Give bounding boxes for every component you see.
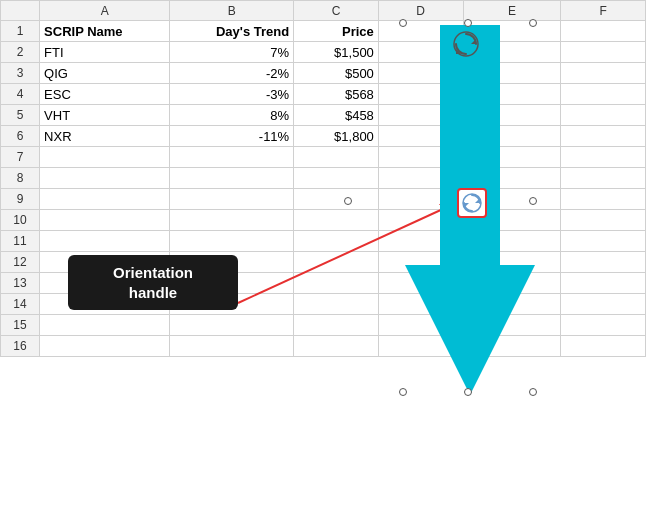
cell-c[interactable]	[294, 189, 379, 210]
cell-b[interactable]	[170, 189, 294, 210]
cell-f[interactable]	[561, 63, 646, 84]
cell-d[interactable]	[378, 105, 463, 126]
cell-b[interactable]	[170, 252, 294, 273]
cell-b[interactable]	[170, 231, 294, 252]
cell-e[interactable]	[463, 42, 561, 63]
cell-d[interactable]	[378, 210, 463, 231]
cell-d[interactable]	[378, 42, 463, 63]
cell-e[interactable]	[463, 273, 561, 294]
cell-a[interactable]: FTI	[40, 42, 170, 63]
cell-d[interactable]	[378, 252, 463, 273]
cell-a[interactable]	[40, 336, 170, 357]
cell-b[interactable]	[170, 168, 294, 189]
col-header-d[interactable]: D	[378, 1, 463, 21]
cell-a[interactable]	[40, 168, 170, 189]
cell-d[interactable]	[378, 126, 463, 147]
cell-c[interactable]: $1,800	[294, 126, 379, 147]
col-header-f[interactable]: F	[561, 1, 646, 21]
cell-e[interactable]	[463, 147, 561, 168]
cell-c[interactable]	[294, 294, 379, 315]
cell-c[interactable]	[294, 273, 379, 294]
cell-b[interactable]: 7%	[170, 42, 294, 63]
cell-c[interactable]	[294, 315, 379, 336]
cell-f[interactable]	[561, 315, 646, 336]
cell-c[interactable]: $568	[294, 84, 379, 105]
cell-f[interactable]	[561, 84, 646, 105]
cell-b[interactable]	[170, 336, 294, 357]
cell-f[interactable]	[561, 42, 646, 63]
cell-d[interactable]	[378, 336, 463, 357]
cell-b[interactable]: -2%	[170, 63, 294, 84]
cell-d[interactable]	[378, 273, 463, 294]
col-header-b[interactable]: B	[170, 1, 294, 21]
cell-e[interactable]	[463, 210, 561, 231]
cell-e[interactable]	[463, 231, 561, 252]
cell-b[interactable]: -11%	[170, 126, 294, 147]
cell-a[interactable]	[40, 210, 170, 231]
cell-d[interactable]	[378, 189, 463, 210]
cell-e[interactable]	[463, 63, 561, 84]
cell-d[interactable]	[378, 21, 463, 42]
handle-bottom-center[interactable]	[464, 388, 472, 396]
cell-f[interactable]	[561, 252, 646, 273]
cell-a[interactable]: QIG	[40, 63, 170, 84]
cell-e[interactable]	[463, 126, 561, 147]
cell-d[interactable]	[378, 168, 463, 189]
cell-f[interactable]	[561, 168, 646, 189]
cell-c[interactable]	[294, 252, 379, 273]
cell-f[interactable]	[561, 126, 646, 147]
cell-f[interactable]	[561, 210, 646, 231]
cell-c[interactable]	[294, 147, 379, 168]
cell-a[interactable]: VHT	[40, 105, 170, 126]
cell-c[interactable]: Price	[294, 21, 379, 42]
cell-a[interactable]	[40, 273, 170, 294]
cell-a[interactable]	[40, 189, 170, 210]
cell-f[interactable]	[561, 231, 646, 252]
handle-bottom-right[interactable]	[529, 388, 537, 396]
col-header-a[interactable]: A	[40, 1, 170, 21]
cell-f[interactable]	[561, 147, 646, 168]
cell-a[interactable]: SCRIP Name	[40, 21, 170, 42]
cell-f[interactable]	[561, 105, 646, 126]
cell-b[interactable]	[170, 147, 294, 168]
col-header-c[interactable]: C	[294, 1, 379, 21]
cell-b[interactable]: -3%	[170, 84, 294, 105]
cell-a[interactable]: ESC	[40, 84, 170, 105]
cell-d[interactable]	[378, 231, 463, 252]
cell-b[interactable]	[170, 294, 294, 315]
cell-d[interactable]	[378, 84, 463, 105]
cell-e[interactable]	[463, 189, 561, 210]
cell-d[interactable]	[378, 294, 463, 315]
cell-d[interactable]	[378, 315, 463, 336]
cell-b[interactable]	[170, 315, 294, 336]
cell-d[interactable]	[378, 63, 463, 84]
cell-e[interactable]	[463, 105, 561, 126]
cell-b[interactable]	[170, 273, 294, 294]
cell-e[interactable]	[463, 21, 561, 42]
cell-a[interactable]: NXR	[40, 126, 170, 147]
cell-c[interactable]: $1,500	[294, 42, 379, 63]
cell-c[interactable]	[294, 168, 379, 189]
cell-f[interactable]	[561, 336, 646, 357]
cell-f[interactable]	[561, 294, 646, 315]
cell-c[interactable]: $458	[294, 105, 379, 126]
col-header-e[interactable]: E	[463, 1, 561, 21]
handle-bottom-left[interactable]	[399, 388, 407, 396]
cell-f[interactable]	[561, 273, 646, 294]
cell-c[interactable]: $500	[294, 63, 379, 84]
cell-a[interactable]	[40, 294, 170, 315]
cell-e[interactable]	[463, 336, 561, 357]
cell-b[interactable]	[170, 210, 294, 231]
cell-e[interactable]	[463, 294, 561, 315]
cell-a[interactable]	[40, 147, 170, 168]
cell-d[interactable]	[378, 147, 463, 168]
cell-b[interactable]: Day's Trend	[170, 21, 294, 42]
cell-c[interactable]	[294, 231, 379, 252]
cell-b[interactable]: 8%	[170, 105, 294, 126]
cell-e[interactable]	[463, 84, 561, 105]
cell-e[interactable]	[463, 315, 561, 336]
cell-a[interactable]	[40, 231, 170, 252]
cell-f[interactable]	[561, 189, 646, 210]
cell-e[interactable]	[463, 168, 561, 189]
cell-c[interactable]	[294, 336, 379, 357]
